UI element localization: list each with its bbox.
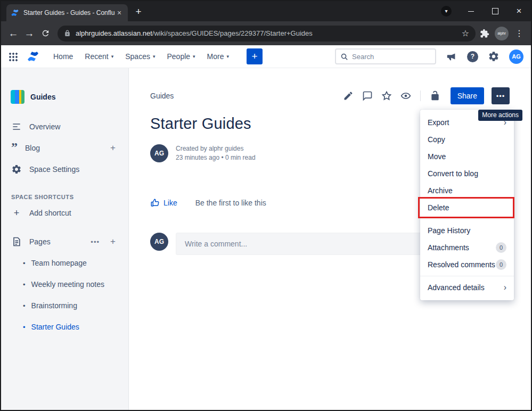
menu-item-label: Convert to blog xyxy=(428,169,478,178)
comment-icon[interactable] xyxy=(359,88,375,104)
confluence-logo-icon[interactable] xyxy=(26,50,40,63)
menu-item-delete[interactable]: Delete xyxy=(420,199,514,216)
more-actions-menu: Export Copy Move Convert to blog Archive… xyxy=(420,110,514,300)
tab-close-icon[interactable]: × xyxy=(115,9,124,17)
close-button[interactable]: × xyxy=(507,1,531,21)
space-shortcuts-header: SPACE SHORTCUTS xyxy=(11,194,128,200)
edit-icon[interactable] xyxy=(340,88,356,104)
browser-profile-avatar[interactable]: alphr xyxy=(495,27,509,40)
extensions-icon[interactable] xyxy=(480,29,489,38)
browser-menu-icon[interactable]: ⋮ xyxy=(514,28,525,38)
back-icon[interactable]: ← xyxy=(5,26,21,42)
tab-search-icon[interactable]: ▾ xyxy=(441,6,452,17)
tab-title: Starter Guides - Guides - Conflue xyxy=(23,9,115,17)
menu-item-label: Resolved comments xyxy=(428,260,495,269)
menu-item-advanced-details[interactable]: Advanced details xyxy=(420,279,514,296)
sidebar-page-brainstorming[interactable]: • Brainstorming xyxy=(1,295,128,316)
sidebar-item-add-shortcut[interactable]: + Add shortcut xyxy=(1,202,128,224)
thumbs-up-icon xyxy=(150,198,160,208)
sidebar-page-team-homepage[interactable]: • Team homepage xyxy=(1,252,128,274)
sidebar-pages-label: Pages xyxy=(29,237,51,246)
nav-home[interactable]: Home xyxy=(47,48,79,65)
new-tab-button[interactable]: + xyxy=(131,5,146,20)
page-link-label: Team homepage xyxy=(31,259,87,267)
confluence-appbar: Home Recent▾ Spaces▾ People▾ More▾ + AG xyxy=(1,45,531,68)
add-page-icon[interactable]: + xyxy=(110,236,116,247)
global-search[interactable] xyxy=(335,48,436,64)
more-actions-tooltip: More actions xyxy=(478,110,522,121)
gear-icon xyxy=(11,164,22,175)
browser-tab[interactable]: Starter Guides - Guides - Conflue × xyxy=(6,4,128,21)
gear-icon[interactable] xyxy=(488,51,500,62)
like-hint: Be the first to like this xyxy=(195,199,266,207)
space-header[interactable]: Guides xyxy=(1,88,128,105)
sidebar-item-pages[interactable]: Pages ••• + xyxy=(1,231,128,252)
menu-item-label: Attachments xyxy=(428,243,469,252)
blog-icon: ” xyxy=(11,144,18,152)
nav-recent[interactable]: Recent▾ xyxy=(79,48,119,65)
chevron-down-icon: ▾ xyxy=(111,54,114,59)
url-path: /wiki/spaces/GUIDES/pages/229377/Starter… xyxy=(152,29,313,37)
sidebar-page-weekly-meeting-notes[interactable]: • Weekly meeting notes xyxy=(1,274,128,295)
count-badge: 0 xyxy=(496,259,506,270)
author-avatar[interactable]: AG xyxy=(150,144,168,162)
nav-recent-label: Recent xyxy=(85,52,108,61)
menu-item-page-history[interactable]: Page History xyxy=(420,222,514,239)
menu-item-attachments[interactable]: Attachments 0 xyxy=(420,239,514,256)
lock-icon xyxy=(64,30,71,37)
read-time: 0 min read xyxy=(219,154,256,161)
menu-item-label: Copy xyxy=(428,135,445,144)
minimize-button[interactable] xyxy=(459,1,483,21)
page-link-label: Starter Guides xyxy=(31,323,79,331)
nav-more[interactable]: More▾ xyxy=(201,48,235,65)
bookmark-star-icon[interactable]: ☆ xyxy=(462,28,469,38)
like-label: Like xyxy=(163,199,177,207)
app-navigation: Home Recent▾ Spaces▾ People▾ More▾ xyxy=(47,48,235,65)
sidebar-blog-label: Blog xyxy=(25,144,40,152)
nav-people[interactable]: People▾ xyxy=(161,48,201,65)
pages-more-icon[interactable]: ••• xyxy=(91,238,100,246)
bullet-icon: • xyxy=(23,302,26,310)
sidebar-item-overview[interactable]: Overview xyxy=(1,116,128,137)
sidebar-item-blog[interactable]: ” Blog + xyxy=(1,137,128,159)
watch-eye-icon[interactable] xyxy=(398,88,414,104)
sidebar-item-space-settings[interactable]: Space Settings xyxy=(1,159,128,180)
search-input[interactable] xyxy=(352,53,431,61)
menu-item-label: Delete xyxy=(428,203,449,212)
add-shortcut-label: Add shortcut xyxy=(29,209,71,217)
maximize-button[interactable] xyxy=(483,1,507,21)
page-actions: Share xyxy=(340,87,510,104)
page-link-label: Brainstorming xyxy=(31,301,77,310)
menu-item-convert-to-blog[interactable]: Convert to blog xyxy=(420,165,514,182)
reload-icon[interactable] xyxy=(37,26,53,42)
menu-item-label: Archive xyxy=(428,186,453,195)
menu-item-label: Page History xyxy=(428,226,470,235)
like-button[interactable]: Like xyxy=(150,198,177,208)
chevron-down-icon: ▾ xyxy=(193,54,195,59)
menu-item-move[interactable]: Move xyxy=(420,148,514,165)
create-button[interactable]: + xyxy=(247,48,263,64)
restrictions-unlock-icon[interactable] xyxy=(427,88,443,104)
nav-spaces[interactable]: Spaces▾ xyxy=(119,48,161,65)
megaphone-icon[interactable] xyxy=(446,51,457,62)
user-avatar[interactable]: AG xyxy=(509,50,523,64)
page-link-label: Weekly meeting notes xyxy=(31,280,104,289)
app-switcher-icon[interactable] xyxy=(9,52,18,61)
menu-item-resolved-comments[interactable]: Resolved comments 0 xyxy=(420,256,514,273)
favorite-star-icon[interactable] xyxy=(379,88,395,104)
breadcrumb[interactable]: Guides xyxy=(150,92,174,100)
url-domain: alphrguides.atlassian.net xyxy=(76,29,152,37)
share-button[interactable]: Share xyxy=(451,87,484,104)
menu-item-copy[interactable]: Copy xyxy=(420,131,514,148)
forward-icon[interactable]: → xyxy=(21,26,37,42)
nav-home-label: Home xyxy=(53,52,73,61)
address-bar[interactable]: alphrguides.atlassian.net/wiki/spaces/GU… xyxy=(58,26,476,42)
space-sidebar: Guides Overview ” Blog + Space Settings … xyxy=(1,68,129,411)
divider xyxy=(420,91,421,101)
add-blog-icon[interactable]: + xyxy=(110,143,116,153)
menu-item-archive[interactable]: Archive xyxy=(420,182,514,199)
url-text: alphrguides.atlassian.net/wiki/spaces/GU… xyxy=(76,29,457,37)
help-icon[interactable] xyxy=(467,51,478,62)
more-actions-button[interactable] xyxy=(492,87,510,104)
sidebar-page-starter-guides[interactable]: • Starter Guides xyxy=(1,316,128,338)
